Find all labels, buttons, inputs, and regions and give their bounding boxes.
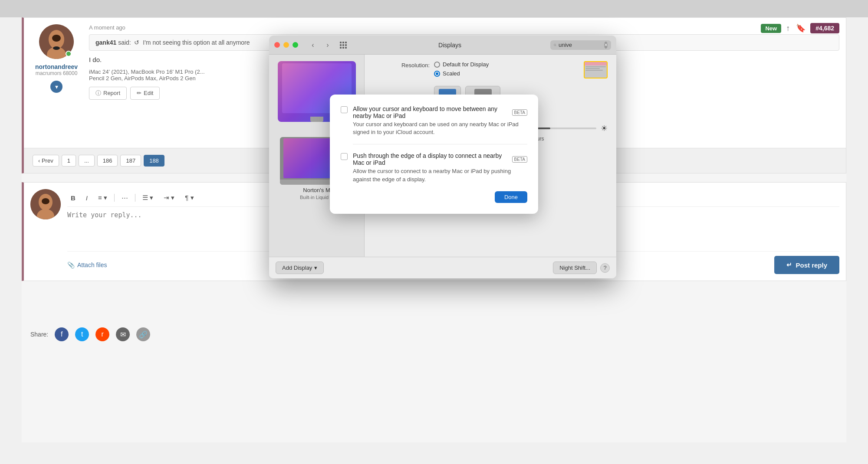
option-1-beta-badge: BETA (512, 109, 527, 116)
attach-button[interactable]: 📎 Attach files (67, 261, 107, 268)
facebook-share-button[interactable]: f (55, 327, 69, 341)
paperclip-icon: 📎 (67, 261, 75, 268)
resolution-label: Resolution: (373, 61, 430, 69)
thumb-line-1 (585, 66, 606, 67)
quote-author: gank41 (95, 39, 116, 46)
bottom-right-buttons: Night Shift... ? (553, 261, 610, 274)
svg-rect-19 (345, 47, 347, 49)
svg-point-9 (42, 198, 49, 204)
user-rank: macrumors 68000 (35, 70, 78, 76)
quote-verb: said: (118, 39, 131, 46)
search-clear-button[interactable]: ✕ (604, 42, 608, 49)
scaled-radio-button[interactable] (434, 71, 440, 77)
post-badge-area: New ↑ 🔖 #4,682 (761, 22, 839, 34)
italic-button[interactable]: I (82, 193, 91, 203)
svg-rect-13 (345, 42, 347, 43)
page-ellipsis-button[interactable]: ... (79, 155, 95, 167)
expand-button[interactable]: ▾ (50, 81, 62, 93)
mac-bottom-bar: Add Display ▾ Night Shift... ? (269, 257, 616, 278)
twitter-share-button[interactable]: t (75, 327, 89, 341)
list-button[interactable]: ☰ ▾ (139, 193, 157, 203)
username[interactable]: nortonandreev (35, 63, 78, 70)
share-button[interactable]: ↑ (785, 23, 791, 34)
post-timestamp: A moment ago (89, 24, 839, 31)
page-188-button[interactable]: 188 (144, 155, 164, 167)
report-label: Report (103, 90, 120, 96)
thumb-content (585, 65, 607, 78)
mac-nav: ‹ › (307, 40, 334, 50)
reddit-share-button[interactable]: r (95, 327, 109, 341)
dialog-option-1-description: Your cursor and keyboard can be used on … (353, 121, 527, 136)
svg-line-21 (556, 46, 556, 46)
back-nav-button[interactable]: ‹ (307, 40, 319, 50)
align-button[interactable]: ≡ ▾ (95, 193, 111, 203)
post-reply-label: Post reply (796, 261, 827, 269)
new-badge: New (761, 24, 781, 33)
scaled-label: Scaled (443, 70, 460, 77)
svg-rect-17 (340, 47, 342, 49)
maximize-button[interactable] (293, 42, 298, 48)
universal-control-dialog: Allow your cursor and keyboard to move b… (330, 95, 538, 214)
link-share-button[interactable]: 🔗 (136, 327, 150, 341)
mac-titlebar: ‹ › Displays ✕ (269, 36, 616, 55)
user-panel: nortonandreev macrumors 68000 ▾ (30, 24, 82, 93)
search-box[interactable]: ✕ (550, 40, 611, 50)
paragraph-button[interactable]: ¶ ▾ (181, 193, 197, 203)
chevron-down-icon: ▾ (55, 83, 58, 90)
dialog-option-2-description: Allow the cursor to connect to a nearby … (353, 167, 527, 183)
svg-rect-12 (342, 42, 344, 43)
indent-button[interactable]: ⇥ ▾ (160, 193, 178, 203)
done-button[interactable]: Done (495, 191, 527, 203)
svg-rect-18 (342, 47, 344, 49)
dialog-option-1-content: Allow your cursor and keyboard to move b… (353, 105, 527, 136)
thumb-line-3 (585, 70, 603, 71)
search-input[interactable] (559, 42, 602, 48)
default-for-display-option[interactable]: Default for Display (434, 61, 489, 68)
reply-avatar (30, 189, 61, 274)
minimize-button[interactable] (283, 42, 289, 48)
default-radio-button[interactable] (434, 62, 440, 68)
scaled-option[interactable]: Scaled (434, 70, 489, 77)
dialog-option-1-text: Allow your cursor and keyboard to move b… (353, 105, 510, 119)
prev-page-button[interactable]: ‹ Prev (33, 155, 59, 167)
small-thumbnail (584, 61, 608, 78)
page-187-button[interactable]: 187 (120, 155, 141, 167)
brightness-high-icon: ☀ (601, 124, 608, 133)
page-186-button[interactable]: 186 (97, 155, 118, 167)
help-button[interactable]: ? (600, 263, 610, 273)
dialog-option-1-title: Allow your cursor and keyboard to move b… (353, 105, 527, 119)
report-button[interactable]: ⓘ Report (89, 87, 127, 100)
top-bar (0, 0, 868, 17)
svg-rect-16 (345, 44, 347, 46)
forward-nav-button[interactable]: › (322, 40, 334, 50)
online-status-dot (66, 51, 72, 57)
page-1-button[interactable]: 1 (62, 155, 76, 167)
reply-user-avatar (30, 189, 61, 219)
arrow-return-icon: ↵ (786, 261, 792, 269)
option-1-checkbox[interactable] (341, 106, 348, 113)
thumb-line-2 (585, 68, 600, 69)
default-for-display-label: Default for Display (443, 61, 489, 68)
option-2-beta-badge: BETA (512, 156, 527, 163)
resolution-radio-group: Default for Display Scaled (434, 61, 489, 77)
dialog-option-2-text: Push through the edge of a display to co… (353, 152, 510, 166)
post-reply-button[interactable]: ↵ Post reply (774, 256, 839, 274)
grid-menu-button[interactable] (337, 40, 349, 50)
dialog-option-2-content: Push through the edge of a display to co… (353, 152, 527, 183)
edit-label: Edit (144, 90, 153, 96)
more-button[interactable]: ⋯ (118, 193, 132, 203)
dialog-option-2-row: Push through the edge of a display to co… (341, 152, 527, 183)
share-bar: Share: f t r ✉ 🔗 (22, 321, 846, 348)
add-display-button[interactable]: Add Display ▾ (276, 261, 324, 274)
option-2-checkbox[interactable] (341, 153, 348, 160)
night-shift-button[interactable]: Night Shift... (553, 261, 597, 274)
edit-button[interactable]: ✏ Edit (130, 87, 160, 100)
close-button[interactable] (274, 42, 280, 48)
bookmark-button[interactable]: 🔖 (795, 22, 807, 34)
email-share-button[interactable]: ✉ (116, 327, 130, 341)
dialog-option-1-row: Allow your cursor and keyboard to move b… (341, 105, 527, 136)
bold-button[interactable]: B (67, 193, 79, 203)
dialog-option-2-title: Push through the edge of a display to co… (353, 152, 527, 166)
dialog-divider (353, 144, 527, 144)
dialog-footer: Done (341, 191, 527, 203)
